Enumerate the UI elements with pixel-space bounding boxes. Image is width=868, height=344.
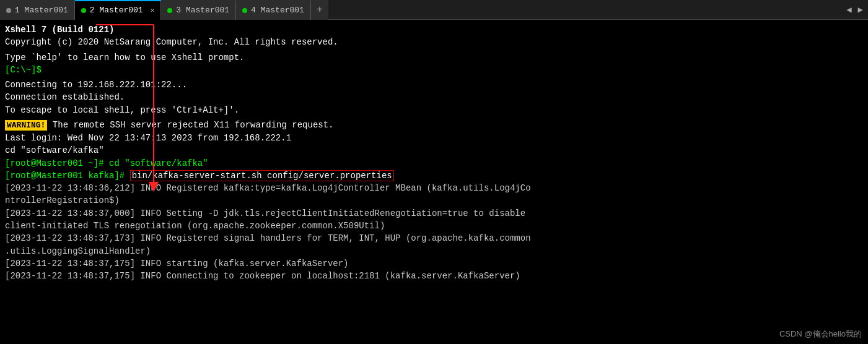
tab-label-3: 3 Master001 — [176, 6, 229, 15]
terminal-line-3: Type `help' to learn how to use Xshell p… — [5, 51, 863, 64]
terminal-line-12: cd "software/kafka" — [5, 144, 863, 157]
tab-dot-2 — [81, 8, 86, 13]
terminal-line-21: [2023-11-22 13:48:37,175] INFO starting … — [5, 257, 863, 270]
tab-dot-4 — [242, 8, 247, 13]
terminal-line-1: Copyright (c) 2020 NetSarang Computer, I… — [5, 36, 863, 48]
tab-dot-1 — [6, 8, 11, 13]
tab-nav-left[interactable]: ◀ — [844, 3, 854, 16]
terminal-line-14: [root@Master001 kafka]# bin/kafka-server… — [5, 170, 863, 182]
tab-3[interactable]: 3 Master001 — [161, 0, 236, 20]
terminal-line-0: Xshell 7 (Build 0121) — [5, 24, 863, 36]
terminal-area[interactable]: Xshell 7 (Build 0121)Copyright (c) 2020 … — [0, 20, 868, 344]
tab-label-1: 1 Master001 — [15, 6, 68, 15]
terminal-line-19: [2023-11-22 13:48:37,173] INFO Registere… — [5, 232, 863, 244]
tab-navigation: ◀ ▶ — [844, 3, 868, 16]
tab-nav-right[interactable]: ▶ — [856, 3, 866, 16]
terminal-line-13: [root@Master001 ~]# cd "software/kafka" — [5, 157, 863, 170]
tab-1[interactable]: 1 Master001 — [0, 0, 75, 20]
tab-4[interactable]: 4 Master001 — [236, 0, 311, 20]
tab-label-2: 2 Master001 — [90, 6, 143, 15]
terminal-line-18: client-initiated TLS renegotiation (org.… — [5, 220, 863, 232]
terminal-line-7: Connection established. — [5, 91, 863, 103]
terminal-line-11: Last login: Wed Nov 22 13:47:13 2023 fro… — [5, 132, 863, 144]
tab-dot-3 — [167, 8, 172, 13]
tab-bar: 1 Master0012 Master001✕3 Master0014 Mast… — [0, 0, 868, 20]
tab-label-4: 4 Master001 — [251, 6, 304, 15]
tab-2[interactable]: 2 Master001✕ — [75, 0, 161, 20]
new-tab-button[interactable]: + — [311, 0, 328, 20]
terminal-line-8: To escape to local shell, press 'Ctrl+Al… — [5, 104, 863, 116]
terminal-line-22: [2023-11-22 13:48:37,175] INFO Connectin… — [5, 270, 863, 282]
terminal-line-17: [2023-11-22 13:48:37,000] INFO Setting -… — [5, 207, 863, 220]
tab-close-2[interactable]: ✕ — [147, 6, 155, 14]
terminal-line-15: [2023-11-22 13:48:36,212] INFO Registere… — [5, 182, 863, 194]
watermark: CSDN @俺会hello我的 — [779, 329, 862, 340]
terminal-line-20: .utils.LoggingSignalHandler) — [5, 245, 863, 257]
terminal-line-6: Connecting to 192.168.222.101:22... — [5, 79, 863, 91]
terminal-line-4: [C:\~]$ — [5, 64, 863, 76]
terminal-line-10: WARNING! The remote SSH server rejected … — [5, 119, 863, 132]
terminal-line-16: ntrollerRegistration$) — [5, 194, 863, 207]
